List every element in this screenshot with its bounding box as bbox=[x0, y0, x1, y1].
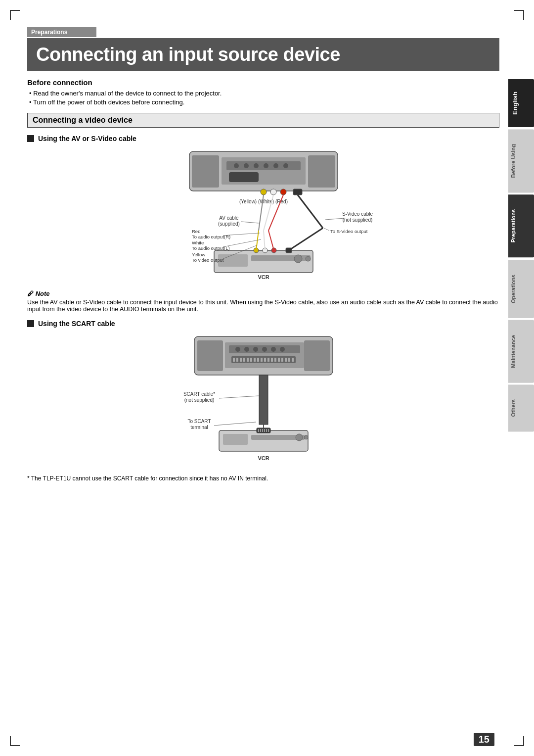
side-tabs: English Before Using Preparations Operat… bbox=[508, 79, 534, 432]
svg-rect-1 bbox=[192, 155, 219, 188]
svg-point-9 bbox=[273, 163, 278, 168]
svg-line-51 bbox=[324, 228, 329, 231]
svg-point-13 bbox=[270, 189, 276, 195]
svg-point-5 bbox=[234, 163, 239, 168]
scart-label: Using the SCART cable bbox=[38, 320, 115, 328]
svg-rect-54 bbox=[304, 340, 330, 371]
video-section-title: Connecting a video device bbox=[33, 116, 133, 124]
svg-text:S-Video cable: S-Video cable bbox=[342, 211, 373, 217]
svg-point-31 bbox=[306, 256, 311, 261]
svg-rect-87 bbox=[223, 434, 248, 445]
corner-tr bbox=[514, 10, 524, 20]
svg-rect-79 bbox=[285, 358, 287, 362]
corner-br bbox=[514, 736, 524, 746]
page-number: 15 bbox=[474, 733, 494, 746]
svg-rect-74 bbox=[267, 358, 269, 362]
svg-rect-66 bbox=[240, 358, 242, 362]
scart-svg: SCART cable* (not supplied) bbox=[150, 331, 377, 470]
svg-rect-76 bbox=[274, 358, 276, 362]
tab-maintenance[interactable]: Maintenance bbox=[508, 320, 534, 383]
svg-point-60 bbox=[262, 347, 267, 352]
corner-tl bbox=[10, 10, 20, 20]
svg-text:VCR: VCR bbox=[258, 455, 269, 461]
note-text: Use the AV cable or S-Video cable to con… bbox=[27, 299, 499, 313]
svg-text:AV cable: AV cable bbox=[219, 215, 239, 221]
svg-rect-64 bbox=[233, 358, 235, 362]
svg-rect-73 bbox=[264, 358, 266, 362]
av-svideo-diagram: (Yellow) (White) (Red) AV cable (supplie… bbox=[27, 146, 499, 285]
svg-point-61 bbox=[271, 347, 276, 352]
bullet-item-1: Read the owner's manual of the device to… bbox=[29, 90, 499, 97]
av-svideo-label: Using the AV or S-Video cable bbox=[38, 135, 136, 142]
svg-line-85 bbox=[219, 396, 259, 398]
svg-rect-92 bbox=[258, 429, 259, 432]
svg-text:(not supplied): (not supplied) bbox=[184, 397, 214, 403]
svg-point-7 bbox=[254, 163, 259, 168]
page-container: English Before Using Preparations Operat… bbox=[0, 0, 534, 756]
svg-text:To video output: To video output bbox=[192, 257, 224, 263]
svg-rect-97 bbox=[268, 429, 269, 432]
svg-point-12 bbox=[261, 189, 267, 195]
svg-point-57 bbox=[235, 347, 240, 352]
before-connection-heading: Before connection bbox=[27, 78, 499, 87]
svg-text:Yellow: Yellow bbox=[192, 252, 205, 257]
svg-line-23 bbox=[241, 222, 259, 223]
corner-bl bbox=[10, 736, 20, 746]
svg-line-37 bbox=[264, 231, 265, 250]
svg-text:(supplied): (supplied) bbox=[218, 221, 240, 227]
tab-before-using[interactable]: Before Using bbox=[508, 129, 534, 192]
svg-text:SCART cable*: SCART cable* bbox=[183, 391, 215, 397]
bullet-item-2: Turn off the power of both devices befor… bbox=[29, 98, 499, 106]
svg-rect-77 bbox=[278, 358, 280, 362]
svg-point-8 bbox=[264, 163, 268, 168]
svg-text:To audio output(L): To audio output(L) bbox=[192, 245, 230, 251]
svg-rect-53 bbox=[197, 340, 223, 371]
tab-preparations[interactable]: Preparations bbox=[508, 194, 534, 257]
svg-point-6 bbox=[244, 163, 249, 168]
svg-rect-95 bbox=[264, 429, 265, 432]
scart-heading: Using the SCART cable bbox=[27, 320, 499, 328]
svg-text:VCR: VCR bbox=[258, 274, 269, 280]
scart-diagram: SCART cable* (not supplied) bbox=[27, 331, 499, 470]
footer-note: * The TLP-ET1U cannot use the SCART cabl… bbox=[27, 475, 499, 482]
svg-point-89 bbox=[296, 434, 303, 441]
svg-rect-81 bbox=[292, 358, 294, 362]
svg-line-20 bbox=[298, 195, 323, 228]
svg-rect-94 bbox=[262, 429, 263, 432]
svg-rect-78 bbox=[281, 358, 283, 362]
svg-line-26 bbox=[325, 218, 345, 220]
av-svideo-svg: (Yellow) (White) (Red) AV cable (supplie… bbox=[115, 146, 412, 285]
svg-rect-68 bbox=[247, 358, 249, 362]
svg-text:To SCART: To SCART bbox=[187, 419, 211, 424]
svg-rect-75 bbox=[271, 358, 273, 362]
svg-rect-69 bbox=[250, 358, 252, 362]
svg-rect-15 bbox=[293, 189, 302, 195]
svg-rect-80 bbox=[288, 358, 290, 362]
video-section-box: Connecting a video device bbox=[27, 113, 499, 128]
svg-point-90 bbox=[304, 435, 308, 439]
svg-rect-82 bbox=[259, 375, 268, 425]
svg-point-30 bbox=[294, 255, 302, 263]
svg-point-10 bbox=[283, 163, 288, 168]
tab-operations[interactable]: Operations bbox=[508, 260, 534, 318]
tab-others[interactable]: Others bbox=[508, 384, 534, 431]
note-title: Note bbox=[27, 290, 499, 297]
before-connection-list: Read the owner's manual of the device to… bbox=[29, 90, 499, 106]
main-content: Preparations Connecting an input source … bbox=[27, 27, 499, 729]
svg-rect-2 bbox=[308, 155, 335, 188]
svg-point-14 bbox=[280, 189, 286, 195]
svg-text:Red: Red bbox=[192, 229, 200, 234]
black-square-icon bbox=[27, 135, 34, 142]
page-title: Connecting an input source device bbox=[27, 38, 499, 71]
svg-text:terminal: terminal bbox=[190, 425, 208, 430]
svg-text:To audio output(R): To audio output(R) bbox=[192, 234, 230, 239]
svg-rect-96 bbox=[266, 429, 267, 432]
svg-rect-71 bbox=[257, 358, 259, 362]
svg-rect-67 bbox=[243, 358, 245, 362]
section-header-bar: Preparations bbox=[27, 27, 96, 37]
av-svideo-heading: Using the AV or S-Video cable bbox=[27, 135, 499, 142]
svg-text:To S-Video output: To S-Video output bbox=[330, 229, 368, 234]
svg-line-38 bbox=[268, 231, 274, 250]
tab-english[interactable]: English bbox=[508, 79, 534, 127]
svg-line-39 bbox=[289, 228, 323, 250]
